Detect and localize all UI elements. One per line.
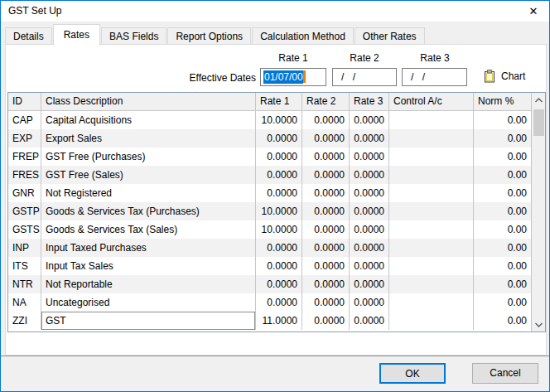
table-cell[interactable]: 0.00 [474, 220, 531, 239]
row-id-cell[interactable]: ITS [8, 257, 41, 275]
table-cell[interactable] [389, 184, 474, 202]
table-cell[interactable]: Not Registered [41, 184, 256, 202]
tab-report-options[interactable]: Report Options [167, 27, 251, 45]
table-cell[interactable]: 0.0000 [256, 166, 302, 184]
effective-date-rate2-input[interactable]: / / [332, 68, 397, 86]
cancel-button[interactable]: Cancel [472, 363, 538, 384]
tab-other-rates[interactable]: Other Rates [355, 27, 425, 45]
row-id-cell[interactable]: GNR [8, 184, 41, 202]
row-id-cell[interactable]: CAP [8, 111, 41, 129]
row-id-cell[interactable]: INP [8, 239, 41, 257]
table-cell[interactable]: 0.0000 [302, 312, 350, 330]
scrollbar-thumb[interactable] [533, 109, 544, 136]
table-cell[interactable] [389, 202, 474, 220]
table-row[interactable]: GSTPGoods & Services Tax (Purchases)10.0… [8, 202, 531, 220]
table-cell[interactable] [389, 166, 474, 184]
table-cell[interactable]: 0.0000 [350, 166, 389, 184]
table-cell[interactable]: 0.0000 [302, 166, 350, 184]
table-cell[interactable]: 0.00 [474, 148, 531, 166]
table-cell[interactable]: 0.00 [474, 129, 531, 148]
table-cell[interactable]: 0.0000 [302, 111, 350, 129]
table-cell[interactable]: Export Sales [41, 129, 256, 148]
tab-details[interactable]: Details [5, 27, 52, 45]
row-id-cell[interactable]: NA [8, 293, 41, 312]
table-cell[interactable] [389, 275, 474, 293]
table-cell[interactable]: 0.0000 [350, 239, 389, 257]
table-cell[interactable]: 0.0000 [302, 239, 350, 257]
table-cell[interactable]: 0.0000 [302, 257, 350, 275]
table-cell[interactable]: 0.0000 [256, 293, 302, 312]
table-cell[interactable]: 0.0000 [302, 129, 350, 148]
table-row[interactable]: GNRNot Registered0.00000.00000.00000.00 [8, 184, 531, 202]
table-cell[interactable]: 0.00 [474, 184, 531, 202]
table-cell[interactable]: 0.0000 [302, 220, 350, 239]
table-row[interactable]: ITSInput Tax Sales0.00000.00000.00000.00 [8, 257, 531, 275]
table-cell[interactable]: 0.0000 [350, 293, 389, 312]
table-cell[interactable]: 0.0000 [302, 275, 350, 293]
table-cell[interactable]: 0.0000 [256, 148, 302, 166]
ok-button[interactable]: OK [379, 363, 446, 384]
table-cell[interactable]: GST [41, 312, 256, 330]
chart-button[interactable]: Chart [483, 70, 525, 83]
table-cell[interactable] [389, 312, 474, 330]
table-cell[interactable]: 0.0000 [350, 257, 389, 275]
row-id-cell[interactable]: ZZI [8, 312, 41, 330]
table-cell[interactable]: 10.0000 [256, 220, 302, 239]
table-cell[interactable]: 0.00 [474, 275, 531, 293]
table-row[interactable]: NAUncategorised0.00000.00000.00000.00 [8, 293, 531, 312]
table-cell[interactable] [389, 220, 474, 239]
table-cell[interactable]: 0.0000 [350, 275, 389, 293]
table-row[interactable]: EXPExport Sales0.00000.00000.00000.00 [8, 129, 531, 148]
table-cell[interactable] [389, 129, 474, 148]
table-cell[interactable]: 0.0000 [350, 220, 389, 239]
table-cell[interactable]: 10.0000 [256, 111, 302, 129]
table-cell[interactable]: GST Free (Sales) [41, 166, 256, 184]
tab-calculation-method[interactable]: Calculation Method [252, 27, 354, 45]
table-cell[interactable]: 0.0000 [350, 129, 389, 148]
table-cell[interactable]: 0.00 [474, 166, 531, 184]
table-cell[interactable]: Goods & Services Tax (Sales) [41, 220, 256, 239]
table-cell[interactable]: 0.0000 [350, 184, 389, 202]
table-cell[interactable] [389, 148, 474, 166]
table-cell[interactable]: 0.0000 [256, 275, 302, 293]
table-cell[interactable]: Goods & Services Tax (Purchases) [41, 202, 256, 220]
table-cell[interactable]: GST Free (Purchases) [41, 148, 256, 166]
table-cell[interactable]: 0.0000 [350, 148, 389, 166]
table-cell[interactable]: 0.00 [474, 202, 531, 220]
table-cell[interactable]: 0.0000 [350, 111, 389, 129]
table-cell[interactable] [389, 257, 474, 275]
table-cell[interactable]: 11.0000 [256, 312, 302, 330]
scroll-up-icon[interactable] [532, 93, 546, 107]
table-cell[interactable]: 10.0000 [256, 202, 302, 220]
table-cell[interactable] [389, 111, 474, 129]
table-cell[interactable]: 0.0000 [350, 202, 389, 220]
table-cell[interactable]: 0.0000 [302, 293, 350, 312]
row-id-cell[interactable]: FRES [8, 166, 41, 184]
row-id-cell[interactable]: GSTS [8, 220, 41, 239]
table-cell[interactable]: Input Tax Sales [41, 257, 256, 275]
table-cell[interactable] [389, 293, 474, 312]
table-cell[interactable]: 0.00 [474, 312, 531, 330]
row-id-cell[interactable]: GSTP [8, 202, 41, 220]
table-cell[interactable]: 0.0000 [302, 148, 350, 166]
table-row[interactable]: FREPGST Free (Purchases)0.00000.00000.00… [8, 148, 531, 166]
table-cell[interactable]: Uncategorised [41, 293, 256, 312]
table-row[interactable]: NTRNot Reportable0.00000.00000.00000.00 [8, 275, 531, 293]
close-icon[interactable]: ✕ [525, 3, 542, 19]
table-row[interactable]: CAPCapital Acquisitions10.00000.00000.00… [8, 111, 531, 129]
table-cell[interactable]: 0.0000 [350, 312, 389, 330]
effective-date-rate3-input[interactable]: / / [402, 68, 467, 86]
table-cell[interactable]: 0.0000 [256, 184, 302, 202]
tab-bas-fields[interactable]: BAS Fields [101, 27, 166, 45]
table-row[interactable]: FRESGST Free (Sales)0.00000.00000.00000.… [8, 166, 531, 184]
row-id-cell[interactable]: EXP [8, 129, 41, 148]
table-row[interactable]: ZZIGST11.00000.00000.00000.00 [8, 312, 531, 330]
table-row[interactable]: INPInput Taxed Purchases0.00000.00000.00… [8, 239, 531, 257]
table-cell[interactable] [389, 239, 474, 257]
table-cell[interactable]: 0.00 [474, 239, 531, 257]
table-cell[interactable]: 0.0000 [302, 184, 350, 202]
tab-rates[interactable]: Rates [53, 24, 100, 46]
row-id-cell[interactable]: FREP [8, 148, 41, 166]
table-cell[interactable]: Input Taxed Purchases [41, 239, 256, 257]
table-cell[interactable]: Not Reportable [41, 275, 256, 293]
